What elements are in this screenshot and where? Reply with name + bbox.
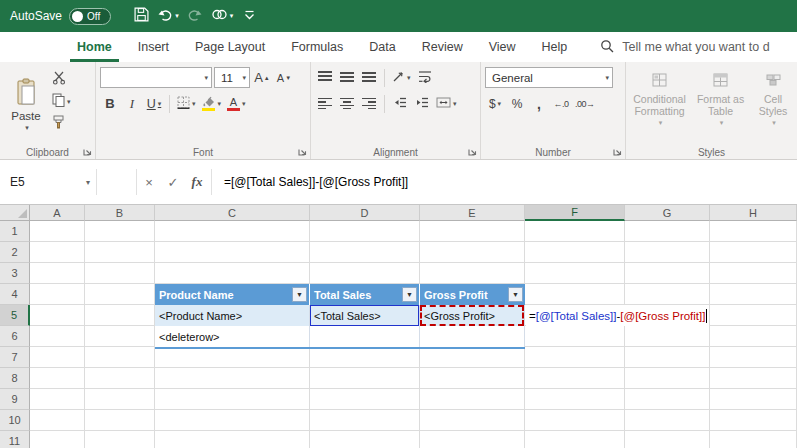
row-header-11[interactable]: 11 [0,431,30,448]
cell-A5[interactable] [30,305,85,326]
cell-E8[interactable] [420,368,525,389]
cell-G6[interactable] [625,326,710,347]
increase-decimal-button[interactable]: ←.0 [551,93,571,114]
cell-G3[interactable] [625,263,710,284]
cell-H9[interactable] [710,389,797,410]
cell-H10[interactable] [710,410,797,431]
column-header-H[interactable]: H [710,205,797,221]
tab-review[interactable]: Review [409,32,476,62]
cell-C7[interactable] [155,347,310,368]
cell-H8[interactable] [710,368,797,389]
merge-center-dropdown-icon[interactable]: ▾ [453,100,457,108]
tab-insert[interactable]: Insert [125,32,182,62]
conditional-formatting-button[interactable]: Conditional Formatting ▾ [630,69,689,127]
cell-F2[interactable] [525,242,625,263]
cell-D3[interactable] [310,263,420,284]
format-as-table-button[interactable]: Format as Table ▾ [693,69,748,127]
column-header-G[interactable]: G [625,205,710,221]
tab-data[interactable]: Data [356,32,408,62]
paste-button[interactable]: Paste ▾ [4,67,48,143]
cell-B1[interactable] [85,221,155,242]
insert-function-button[interactable]: fx [185,169,209,195]
customize-quick-access-toolbar-button[interactable] [237,3,261,29]
orientation-dropdown-icon[interactable]: ▾ [407,74,411,82]
cell-A11[interactable] [30,431,85,448]
enter-button[interactable]: ✓ [161,169,185,195]
cell-A3[interactable] [30,263,85,284]
cell-C11[interactable] [155,431,310,448]
cell-F4[interactable] [525,284,625,305]
cell-H7[interactable] [710,347,797,368]
cell-E7[interactable] [420,347,525,368]
decrease-indent-button[interactable] [390,93,410,114]
column-header-D[interactable]: D [310,205,420,221]
number-dialog-launcher[interactable] [611,145,623,157]
column-header-A[interactable]: A [30,205,85,221]
row-header-3[interactable]: 3 [0,263,30,284]
borders-button[interactable]: ▾ [175,93,198,114]
tell-me-search[interactable]: Tell me what you want to d [600,32,797,62]
underline-button[interactable]: U▾ [144,93,164,114]
tab-page-layout[interactable]: Page Layout [182,32,278,62]
cell-B3[interactable] [85,263,155,284]
cell-E9[interactable] [420,389,525,410]
cell-G9[interactable] [625,389,710,410]
cell-A8[interactable] [30,368,85,389]
align-left-button[interactable] [315,93,335,114]
row-header-2[interactable]: 2 [0,242,30,263]
cell-D1[interactable] [310,221,420,242]
cell-E6[interactable] [420,326,525,347]
grow-font-button[interactable]: A▲ [252,67,272,88]
autosave-toggle[interactable]: Off [69,8,111,25]
cell-E11[interactable] [420,431,525,448]
cell-H6[interactable] [710,326,797,347]
cell-G4[interactable] [625,284,710,305]
accounting-dropdown-icon[interactable]: ▾ [498,100,502,108]
bottom-align-button[interactable] [359,67,379,88]
cell-D2[interactable] [310,242,420,263]
tab-home[interactable]: Home [64,32,125,62]
font-name-dropdown-icon[interactable]: ▾ [204,74,208,82]
row-header-9[interactable]: 9 [0,389,30,410]
merge-center-button[interactable]: ▾ [434,93,459,114]
cell-C6-deleterow[interactable]: <deleterow> [155,326,310,347]
tab-view[interactable]: View [476,32,529,62]
undo-dropdown-icon[interactable]: ▾ [175,12,179,20]
cell-F11[interactable] [525,431,625,448]
increase-indent-button[interactable] [412,93,432,114]
number-format-select[interactable]: General ▾ [485,67,613,88]
cell-G1[interactable] [625,221,710,242]
name-box[interactable]: E5 ▾ [0,169,97,195]
cell-F9[interactable] [525,389,625,410]
cell-B5[interactable] [85,305,155,326]
row-header-4[interactable]: 4 [0,284,30,305]
cell-G7[interactable] [625,347,710,368]
cell-A10[interactable] [30,410,85,431]
undo-button[interactable]: ▾ [156,3,180,29]
filter-dropdown-button[interactable]: ▼ [292,287,307,302]
font-name-select[interactable]: ▾ [100,67,212,88]
cell-A6[interactable] [30,326,85,347]
cut-button[interactable] [50,69,73,90]
cell-A7[interactable] [30,347,85,368]
cell-C8[interactable] [155,368,310,389]
filter-dropdown-button[interactable]: ▼ [402,287,417,302]
cell-F10[interactable] [525,410,625,431]
cell-D9[interactable] [310,389,420,410]
column-header-F[interactable]: F [525,205,625,221]
row-header-1[interactable]: 1 [0,221,30,242]
cell-styles-button[interactable]: Cell Styles ▾ [752,69,794,127]
align-right-button[interactable] [359,93,379,114]
comma-style-button[interactable]: , [529,93,549,114]
cell-H11[interactable] [710,431,797,448]
wrap-text-button[interactable] [415,67,435,88]
cell-E5-gross-profit[interactable]: <Gross Profit> [420,305,525,326]
format-painter-button[interactable] [50,113,73,134]
cell-G11[interactable] [625,431,710,448]
select-all-button[interactable] [0,205,30,221]
save-button[interactable] [129,3,153,29]
borders-dropdown-icon[interactable]: ▾ [192,100,196,108]
cell-E2[interactable] [420,242,525,263]
tab-help[interactable]: Help [529,32,581,62]
cell-B2[interactable] [85,242,155,263]
